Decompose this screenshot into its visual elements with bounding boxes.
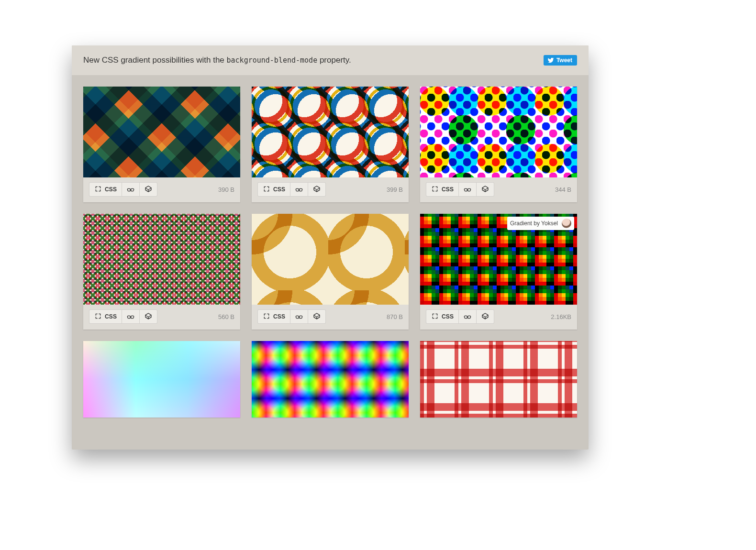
glasses-icon (295, 185, 303, 194)
pattern-swatch[interactable] (83, 214, 240, 305)
file-size: 2.16KB (551, 313, 571, 320)
card-toolbar: CSS870 B (252, 305, 409, 330)
card-toolbar: CSS344 B (420, 177, 577, 202)
expand-icon (263, 185, 270, 194)
card-toolbar: CSS2.16KB (420, 305, 577, 330)
expand-css-button[interactable]: CSS (257, 309, 290, 324)
pattern-card: CSS870 B (252, 214, 409, 330)
pattern-swatch[interactable] (83, 87, 240, 177)
expand-icon (94, 312, 102, 321)
codepen-icon (481, 312, 489, 321)
pattern-swatch[interactable] (420, 87, 577, 177)
pattern-swatch[interactable] (252, 214, 409, 305)
expand-icon (431, 185, 439, 194)
codepen-icon (313, 185, 321, 194)
card-toolbar: CSS390 B (83, 177, 240, 202)
expand-css-button[interactable]: CSS (89, 309, 122, 324)
expand-icon (263, 312, 270, 321)
button-group: CSS (426, 182, 494, 197)
credit-text: Gradient by Yoksel (510, 220, 558, 227)
preview-button[interactable] (122, 309, 140, 324)
pattern-card (83, 341, 240, 418)
gallery-panel: New CSS gradient possibilities with the … (72, 45, 589, 450)
pattern-swatch[interactable] (420, 341, 577, 418)
codepen-button[interactable] (477, 309, 494, 324)
pattern-swatch[interactable] (83, 341, 240, 418)
pattern-card (420, 341, 577, 418)
expand-css-button[interactable]: CSS (426, 182, 459, 197)
codepen-icon (481, 185, 489, 194)
button-group: CSS (89, 309, 157, 324)
css-label: CSS (442, 186, 454, 193)
glasses-icon (127, 185, 134, 194)
glasses-icon (127, 312, 134, 321)
header-bar: New CSS gradient possibilities with the … (72, 45, 589, 75)
css-label: CSS (105, 186, 117, 193)
pattern-card: Gradient by YokselCSS2.16KB (420, 214, 577, 330)
card-toolbar: CSS399 B (252, 177, 409, 202)
preview-button[interactable] (290, 309, 308, 324)
codepen-icon (313, 312, 321, 321)
page-title: New CSS gradient possibilities with the … (83, 55, 351, 65)
button-group: CSS (426, 309, 494, 324)
glasses-icon (295, 312, 303, 321)
css-label: CSS (273, 313, 285, 320)
button-group: CSS (89, 182, 157, 197)
avatar (562, 219, 571, 228)
button-group: CSS (257, 182, 326, 197)
twitter-icon (547, 57, 554, 64)
glasses-icon (464, 312, 471, 321)
preview-button[interactable] (290, 182, 308, 197)
pattern-swatch[interactable] (252, 87, 409, 177)
codepen-button[interactable] (308, 309, 326, 324)
expand-icon (431, 312, 439, 321)
file-size: 560 B (218, 313, 234, 320)
pattern-card: CSS390 B (83, 87, 240, 202)
codepen-button[interactable] (140, 182, 157, 197)
title-code: background-blend-mode (227, 56, 318, 65)
file-size: 344 B (555, 186, 571, 193)
preview-button[interactable] (122, 182, 140, 197)
card-toolbar: CSS560 B (83, 305, 240, 330)
codepen-icon (145, 312, 152, 321)
credit-badge[interactable]: Gradient by Yoksel (507, 217, 574, 230)
title-post: property. (317, 55, 351, 65)
preview-button[interactable] (459, 182, 477, 197)
file-size: 399 B (387, 186, 403, 193)
file-size: 390 B (218, 186, 234, 193)
expand-css-button[interactable]: CSS (426, 309, 459, 324)
codepen-button[interactable] (477, 182, 494, 197)
codepen-icon (145, 185, 152, 194)
button-group: CSS (257, 309, 326, 324)
glasses-icon (464, 185, 471, 194)
expand-icon (94, 185, 102, 194)
title-pre: New CSS gradient possibilities with the (83, 55, 227, 65)
tweet-button[interactable]: Tweet (544, 55, 577, 66)
css-label: CSS (442, 313, 454, 320)
pattern-swatch[interactable] (252, 341, 409, 418)
pattern-card (252, 341, 409, 418)
expand-css-button[interactable]: CSS (257, 182, 290, 197)
css-label: CSS (273, 186, 285, 193)
css-label: CSS (105, 313, 117, 320)
preview-button[interactable] (459, 309, 477, 324)
file-size: 870 B (387, 313, 403, 320)
codepen-button[interactable] (140, 309, 157, 324)
pattern-card: CSS560 B (83, 214, 240, 330)
expand-css-button[interactable]: CSS (89, 182, 122, 197)
pattern-card: CSS344 B (420, 87, 577, 202)
pattern-card: CSS399 B (252, 87, 409, 202)
tweet-label: Tweet (556, 57, 572, 64)
codepen-button[interactable] (308, 182, 326, 197)
